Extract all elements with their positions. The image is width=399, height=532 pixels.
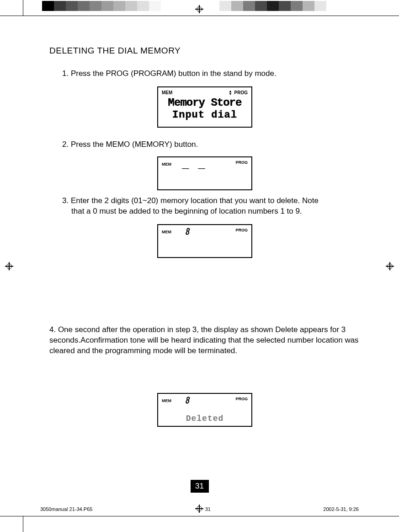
crop-line-top [0,16,399,16]
registration-mark-icon [195,5,203,13]
swatch [66,1,78,11]
lcd-digit: 8 [185,395,190,407]
swatch [219,1,231,11]
lcd-figure-3: MEM PROG 8 [49,224,360,258]
lcd-mem-indicator: MEM [162,90,172,95]
swatch [125,1,137,11]
lcd-mem-indicator: MEM [162,230,171,234]
swatch [303,1,314,11]
page-number: 31 [191,480,209,493]
swatch [314,1,326,11]
swatch [137,1,149,11]
lcd-digit: 8 [185,226,190,238]
step-4-text: 4. One second after the operation in ste… [49,325,359,355]
lcd-display: MEM ▲▼ PROG Memory Store Input dial [157,86,252,128]
swatch [90,1,101,11]
lcd-mem-indicator: MEM [162,162,171,167]
lcd-arrows-icon: ▲▼ [229,90,232,96]
lcd-entry-dashes: _ _ [182,157,206,171]
step-1: 1. Press the PROG (PROGRAM) button in th… [49,69,360,79]
swatch [326,1,338,11]
swatch [149,1,161,11]
swatch [113,1,125,11]
step-4: 4. One second after the operation in ste… [49,325,360,356]
lcd-mem-indicator: MEM [162,398,171,403]
registration-mark-icon [5,262,13,270]
step-3-text-a: 3. Enter the 2 digits (01~20) memory loc… [62,196,319,205]
swatch [207,1,219,11]
step-3: 3. Enter the 2 digits (01~20) memory loc… [49,196,360,217]
lcd-prog-indicator: PROG [235,160,248,165]
grayscale-swatches-right [207,1,338,11]
section-heading: DELETING THE DIAL MEMORY [49,46,360,56]
lcd-prog-indicator: PROG [235,228,248,232]
swatch [243,1,255,11]
swatch [255,1,267,11]
step-2: 2. Press the MEMO (MEMORY) button. [49,140,360,150]
swatch [54,1,66,11]
swatch [267,1,279,11]
footer-filename: 3050manual 21-34.P65 [40,506,92,512]
swatch [101,1,113,11]
step-3-text-b: that a 0 must be added to the beginning … [62,206,360,217]
crop-line-bottom [0,516,399,516]
lcd-figure-2: MEM PROG _ _ [49,156,360,190]
registration-mark-icon [195,505,203,513]
lcd-figure-1: MEM ▲▼ PROG Memory Store Input dial [49,86,360,128]
lcd-figure-4: MEM PROG 8 Deleted [49,393,360,427]
swatch [161,1,173,11]
swatch [231,1,243,11]
lcd-line-1: Memory Store [158,97,251,109]
lcd-prog-indicator: PROG [235,397,248,401]
lcd-line-2: Input dial [158,109,251,121]
footer-date: 2002-5-31, 9:26 [323,506,359,512]
registration-mark-icon [386,262,394,270]
swatch [291,1,303,11]
lcd-display: MEM PROG 8 [157,224,252,258]
step-1-text: 1. Press the PROG (PROGRAM) button in th… [62,69,277,78]
swatch [279,1,291,11]
lcd-display: MEM PROG 8 Deleted [157,393,252,427]
crop-tick [23,516,23,532]
grayscale-swatches-left [42,1,173,11]
page-content: DELETING THE DIAL MEMORY 1. Press the PR… [49,46,360,439]
manual-page: DELETING THE DIAL MEMORY 1. Press the PR… [0,0,399,532]
swatch [42,1,54,11]
lcd-display: MEM PROG _ _ [157,156,252,190]
lcd-prog-indicator: PROG [234,90,248,95]
lcd-deleted-text: Deleted [158,414,251,423]
crop-tick [23,0,23,16]
footer-page: 31 [205,506,211,512]
swatch [78,1,90,11]
step-2-text: 2. Press the MEMO (MEMORY) button. [62,140,198,149]
